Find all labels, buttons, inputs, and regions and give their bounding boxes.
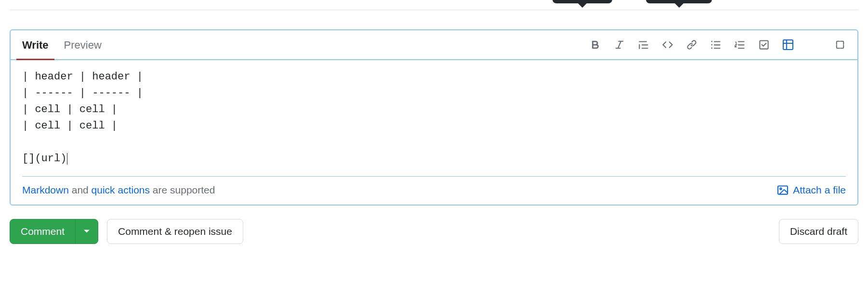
- markdown-hint: Markdown and quick actions are supported: [22, 184, 215, 196]
- tab-write[interactable]: Write: [22, 30, 49, 59]
- image-icon: [777, 185, 788, 195]
- quick-actions-link[interactable]: quick actions: [92, 184, 150, 195]
- markdown-link[interactable]: Markdown: [22, 184, 69, 195]
- formatting-toolbar: [590, 39, 846, 51]
- comment-button[interactable]: Comment: [10, 219, 98, 244]
- numbered-list-icon[interactable]: [734, 39, 746, 51]
- top-divider: [10, 10, 858, 10]
- code-icon[interactable]: [662, 39, 673, 51]
- link-icon[interactable]: [686, 39, 697, 51]
- comment-textarea[interactable]: | header | header | | ------ | ------ | …: [11, 60, 857, 176]
- quote-icon[interactable]: [638, 39, 649, 51]
- comment-reopen-button[interactable]: Comment & reopen issue: [107, 219, 243, 244]
- tooltip-add-link: Add a link: [552, 0, 612, 3]
- bullet-list-icon[interactable]: [710, 39, 722, 51]
- bold-icon[interactable]: [590, 39, 601, 51]
- tab-preview[interactable]: Preview: [64, 30, 102, 59]
- attach-file-link[interactable]: Attach a file: [777, 184, 846, 196]
- italic-icon[interactable]: [614, 39, 625, 51]
- comment-button-label: Comment: [10, 219, 76, 244]
- fullscreen-icon[interactable]: [834, 39, 846, 51]
- comment-editor: Write Preview: [10, 29, 858, 205]
- discard-draft-button[interactable]: Discard draft: [779, 219, 858, 244]
- tooltip-add-table: Add a table: [646, 0, 712, 3]
- table-icon[interactable]: [782, 39, 794, 51]
- comment-dropdown-caret[interactable]: [76, 223, 98, 240]
- attach-file-label: Attach a file: [793, 184, 846, 196]
- task-list-icon[interactable]: [758, 39, 770, 51]
- caret-down-icon: [83, 229, 90, 234]
